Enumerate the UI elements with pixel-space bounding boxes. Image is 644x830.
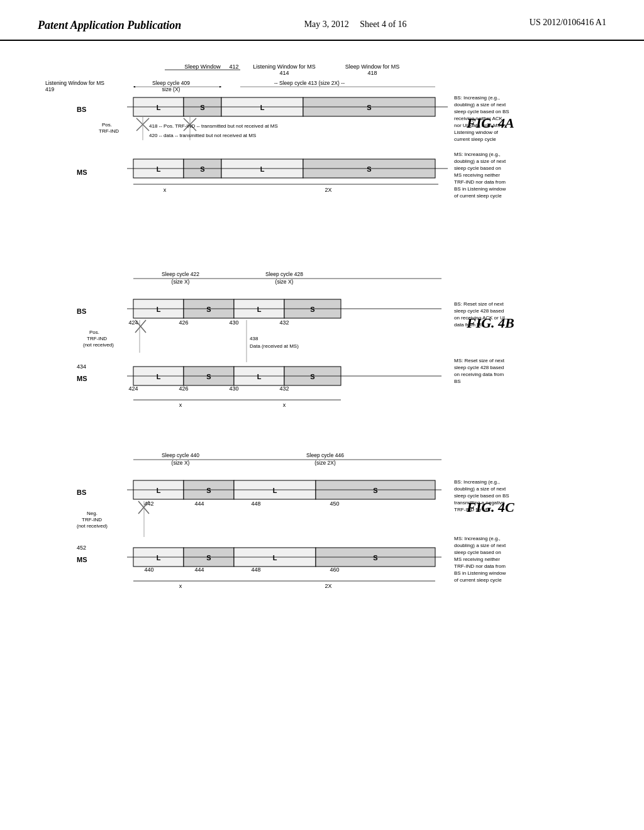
svg-text:Pos.: Pos. (89, 329, 99, 335)
svg-text:sleep cycle based on BS: sleep cycle based on BS (454, 493, 509, 499)
svg-text:(size 2X): (size 2X) (314, 460, 336, 466)
svg-text:Neg.: Neg. (87, 511, 97, 516)
svg-text:-- Sleep cycle 413 (size 2X) -: -- Sleep cycle 413 (size 2X) -- (274, 80, 345, 86)
svg-text:(not received): (not received) (83, 342, 114, 348)
svg-text:BS: BS (77, 106, 86, 113)
svg-text:of current sleep cycle: of current sleep cycle (454, 193, 502, 199)
svg-text:(size X): (size X) (172, 460, 190, 466)
svg-text:L: L (157, 104, 161, 111)
svg-text:430: 430 (229, 385, 238, 392)
svg-text:BS: Increasing (e.g.,: BS: Increasing (e.g., (454, 95, 499, 101)
svg-text:Listening window of: Listening window of (454, 130, 499, 135)
figure-4b-section: Sleep cycle 422 (size X) Sleep cycle 428… (38, 265, 606, 434)
svg-text:TRF-IND nor data from: TRF-IND nor data from (454, 563, 506, 569)
svg-text:x: x (179, 583, 182, 589)
svg-text:sleep cycle based on: sleep cycle based on (454, 165, 501, 171)
svg-text:L: L (157, 306, 161, 313)
svg-text:BS in Listening window: BS in Listening window (454, 570, 506, 576)
svg-text:MS: Increasing (e.g.,: MS: Increasing (e.g., (454, 152, 501, 157)
fig4c-diagram: Sleep cycle 440 (size X) Sleep cycle 446… (39, 446, 605, 634)
svg-text:S: S (367, 104, 371, 111)
svg-text:420 -- data -- transmitted but: 420 -- data -- transmitted but not recei… (149, 133, 256, 138)
svg-text:419: 419 (45, 86, 54, 92)
svg-text:MS: MS (77, 556, 87, 563)
publication-title: Patent Application Publication (38, 18, 181, 33)
svg-text:(not received): (not received) (77, 523, 108, 529)
svg-text:434: 434 (77, 363, 86, 370)
svg-text:S: S (206, 554, 211, 562)
svg-text:424: 424 (128, 319, 138, 326)
svg-text:on receiving ACK or UL: on receiving ACK or UL (454, 315, 507, 321)
page-header: Patent Application Publication May 3, 20… (0, 0, 644, 41)
svg-text:L: L (273, 487, 277, 494)
sleep-window-label: Sleep Window (184, 64, 221, 70)
svg-text:S: S (200, 165, 204, 173)
svg-text:doubling) a size of next: doubling) a size of next (454, 102, 506, 108)
svg-text:2X: 2X (325, 187, 331, 193)
svg-text:L: L (273, 554, 277, 562)
svg-text:S: S (206, 306, 211, 313)
svg-text:sleep cycle 428 based: sleep cycle 428 based (454, 365, 504, 370)
svg-text:Sleep cycle 446: Sleep cycle 446 (306, 452, 344, 458)
svg-text:TRF-IND: TRF-IND (99, 128, 119, 134)
svg-text:nor UL data from MS in: nor UL data from MS in (454, 123, 506, 128)
svg-text:448: 448 (251, 501, 260, 507)
svg-text:L: L (157, 165, 161, 173)
main-content: Sleep Window 412 Listening Window for MS… (0, 41, 644, 647)
svg-text:doubling) a size of next: doubling) a size of next (454, 486, 506, 492)
svg-text:x: x (164, 187, 167, 193)
svg-text:BS: Increasing (e.g.,: BS: Increasing (e.g., (454, 479, 499, 485)
svg-text:2X: 2X (325, 583, 331, 589)
svg-text:L: L (157, 373, 161, 380)
svg-text:Sleep Window for MS: Sleep Window for MS (345, 64, 400, 70)
svg-text:L: L (257, 306, 262, 313)
svg-text:MS receiving neither: MS receiving neither (454, 556, 500, 562)
fig4a-diagram: Sleep Window 412 Listening Window for MS… (39, 58, 605, 253)
svg-text:BS: BS (454, 379, 461, 384)
svg-text:S: S (206, 373, 211, 380)
svg-text:TRF-IND for MS: TRF-IND for MS (454, 507, 491, 512)
svg-text:440: 440 (144, 567, 153, 573)
svg-text:TRF-IND nor data from: TRF-IND nor data from (454, 179, 506, 185)
svg-text:(size X): (size X) (275, 279, 294, 285)
svg-text:S: S (373, 554, 377, 562)
svg-text:sleep cycle 428 based: sleep cycle 428 based (454, 308, 504, 314)
svg-text:of current sleep cycle: of current sleep cycle (454, 577, 502, 583)
svg-text:418 -- Pos. TRF-IND -- transmi: 418 -- Pos. TRF-IND -- transmitted but n… (149, 123, 278, 129)
svg-text:S: S (310, 373, 314, 380)
svg-text:L: L (257, 373, 262, 380)
patent-number: US 2012/0106416 A1 (530, 18, 606, 28)
svg-text:receiving neither ACK: receiving neither ACK (454, 116, 503, 121)
figure-4a-section: Sleep Window 412 Listening Window for MS… (38, 58, 606, 253)
svg-text:Sleep cycle 409: Sleep cycle 409 (152, 80, 190, 86)
svg-text:BS: Reset size of next: BS: Reset size of next (454, 301, 504, 307)
svg-text:450: 450 (330, 501, 339, 507)
svg-text:S: S (373, 487, 377, 494)
svg-text:S: S (200, 104, 204, 111)
svg-text:MS: Reset size of next: MS: Reset size of next (454, 358, 505, 363)
svg-text:452: 452 (77, 545, 86, 551)
svg-text:data from MS: data from MS (454, 322, 484, 328)
svg-text:BS: BS (77, 307, 86, 315)
svg-text:448: 448 (251, 567, 260, 573)
svg-text:426: 426 (179, 319, 188, 326)
svg-text:doubling) a size of next: doubling) a size of next (454, 158, 506, 164)
svg-text:transmitting a negative: transmitting a negative (454, 500, 505, 506)
publication-date: May 3, 2012 (304, 19, 349, 29)
svg-text:Listening Window for MS: Listening Window for MS (45, 80, 104, 86)
svg-text:412: 412 (229, 64, 238, 70)
svg-text:S: S (310, 306, 314, 313)
svg-text:x: x (179, 402, 182, 408)
svg-text:432: 432 (279, 385, 289, 392)
svg-text:MS: Increasing (e.g.,: MS: Increasing (e.g., (454, 536, 501, 541)
svg-text:L: L (157, 487, 161, 494)
svg-text:MS: MS (77, 169, 87, 176)
svg-text:418: 418 (367, 70, 377, 76)
svg-text:L: L (260, 165, 265, 173)
svg-text:424: 424 (128, 385, 138, 392)
svg-text:Sleep cycle 440: Sleep cycle 440 (162, 452, 199, 458)
svg-text:444: 444 (194, 501, 204, 507)
svg-text:S: S (206, 487, 211, 494)
svg-text:size (X): size (X) (162, 86, 180, 92)
svg-text:430: 430 (229, 319, 238, 326)
